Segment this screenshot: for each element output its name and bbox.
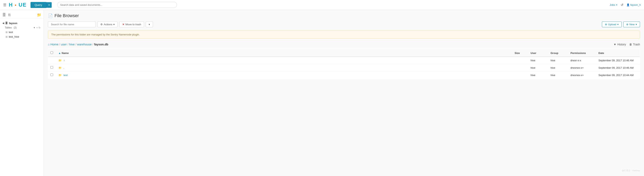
navbar-right: Jobs ≡ ↺ 👤 fayson_h bbox=[610, 3, 641, 7]
query-button-group: Query ▾ bbox=[30, 2, 52, 8]
page-title: 📄 File Browser bbox=[48, 13, 640, 18]
upload-label: Upload bbox=[608, 23, 616, 26]
sidebar: 🗄 ⎘ 📁 ◀ 🗄 fayson Tables (2) ▼ + ↻ bbox=[0, 10, 44, 176]
trash-button[interactable]: 🗑 Trash bbox=[629, 43, 640, 46]
tables-label: Tables (2) bbox=[5, 26, 16, 29]
tables-count: (2) bbox=[14, 26, 17, 29]
menu-icon[interactable]: ☰ bbox=[3, 3, 6, 7]
hue-logo: H●UE bbox=[9, 2, 26, 8]
navbar-history-icon[interactable]: ↺ bbox=[621, 3, 623, 7]
toolbar: ⚙ Actions ▾ ✕ Move to trash ▾ ⊕ Upload ▾… bbox=[48, 21, 640, 27]
row-date-2: September 09, 2017 10:46 AM bbox=[596, 64, 640, 71]
top-navbar: ☰ H●UE Query ▾ Jobs ≡ ↺ 👤 fayson_h bbox=[0, 0, 644, 10]
upload-arrow-icon: ▾ bbox=[617, 23, 619, 26]
new-arrow-icon: ▾ bbox=[636, 23, 637, 26]
home-label: Home bbox=[50, 43, 58, 46]
more-options-button[interactable]: ▾ bbox=[146, 21, 153, 27]
select-all-checkbox[interactable] bbox=[50, 51, 53, 54]
row-group-3: hive bbox=[548, 71, 568, 79]
logo-dot: ● bbox=[15, 3, 17, 6]
move-to-trash-label: Move to trash bbox=[126, 23, 141, 26]
query-button[interactable]: Query bbox=[30, 2, 46, 8]
sidebar-tables-actions: ▼ + ↻ bbox=[33, 26, 40, 29]
row-group-2: hive bbox=[548, 64, 568, 71]
file-search-input[interactable] bbox=[48, 21, 96, 27]
username-label: fayson_h bbox=[630, 3, 641, 6]
folder-icon-2: 📁 bbox=[58, 66, 62, 69]
jobs-link[interactable]: Jobs ≡ bbox=[610, 3, 618, 6]
header-date[interactable]: Date bbox=[596, 49, 640, 57]
header-name[interactable]: ▲ Name bbox=[56, 49, 512, 57]
header-group[interactable]: Group bbox=[548, 49, 568, 57]
sidebar-db-name: fayson bbox=[9, 22, 17, 25]
breadcrumb-warehouse[interactable]: warehouse bbox=[77, 43, 92, 46]
table-icon-test-hive: ⊞ bbox=[6, 35, 8, 38]
new-label: New bbox=[630, 23, 634, 26]
warning-message: The permissions for this folder are mana… bbox=[51, 33, 140, 36]
row-permissions-2: drwxrwx-x+ bbox=[568, 64, 596, 71]
sidebar-db-section: ◀ 🗄 fayson Tables (2) ▼ + ↻ ⊞ test bbox=[0, 20, 44, 40]
trash-label: Trash bbox=[633, 43, 640, 46]
row-checkbox-1 bbox=[48, 57, 56, 64]
actions-button[interactable]: ⚙ Actions ▾ bbox=[97, 21, 118, 27]
query-dropdown-button[interactable]: ▾ bbox=[46, 2, 52, 8]
breadcrumb-sep-4: / bbox=[92, 43, 93, 46]
actions-label: Actions bbox=[104, 23, 112, 26]
folder-link-test[interactable]: test bbox=[64, 74, 68, 77]
breadcrumb-home[interactable]: ⌂ Home bbox=[48, 43, 58, 46]
table-row: 📁 test hive hive drwxrwx-x+ September 09… bbox=[48, 71, 640, 79]
move-to-trash-icon: ✕ bbox=[122, 23, 124, 26]
row-select-2[interactable] bbox=[50, 66, 53, 69]
user-menu[interactable]: 👤 fayson_h bbox=[626, 3, 641, 6]
breadcrumb-hive[interactable]: hive bbox=[69, 43, 75, 46]
row-user-1: hive bbox=[528, 57, 548, 64]
move-to-trash-button[interactable]: ✕ Move to trash bbox=[119, 21, 144, 27]
sidebar-storage-icon[interactable]: 🗄 bbox=[2, 13, 6, 17]
logo-h: H bbox=[9, 2, 13, 8]
new-button[interactable]: ⊕ New ▾ bbox=[623, 21, 640, 27]
add-table-icon[interactable]: + bbox=[36, 26, 38, 29]
navbar-search-container bbox=[57, 2, 177, 8]
sidebar-tables-header: Tables (2) ▼ + ↻ bbox=[2, 25, 42, 30]
file-browser-icon: 📄 bbox=[48, 13, 53, 18]
row-date-3: September 09, 2017 10:44 AM bbox=[596, 71, 640, 79]
header-permissions[interactable]: Permissions bbox=[568, 49, 596, 57]
breadcrumb-sep-1: / bbox=[59, 43, 60, 46]
navbar-search-input[interactable] bbox=[57, 2, 177, 8]
more-options-icon: ▾ bbox=[149, 23, 150, 26]
refresh-tables-icon[interactable]: ↻ bbox=[38, 26, 40, 29]
row-name-3: 📁 test bbox=[56, 71, 512, 79]
header-user[interactable]: User bbox=[528, 49, 548, 57]
row-group-1: hive bbox=[548, 57, 568, 64]
file-table-header: ▲ Name Size User Group Permissions Date bbox=[48, 49, 640, 57]
jobs-label: Jobs bbox=[610, 3, 615, 6]
sidebar-item-test-hive[interactable]: ⊞ test_hive bbox=[2, 34, 42, 39]
history-button[interactable]: ▼ History bbox=[614, 43, 626, 46]
row-select-3[interactable] bbox=[50, 73, 53, 76]
sidebar-db-header[interactable]: ◀ 🗄 fayson bbox=[2, 21, 42, 25]
row-size-3 bbox=[512, 71, 528, 79]
filter-icon[interactable]: ▼ bbox=[33, 26, 36, 29]
sidebar-copy-icon[interactable]: ⎘ bbox=[8, 13, 10, 17]
row-permissions-3: drwxrwx-x+ bbox=[568, 71, 596, 79]
sidebar-folder-icon[interactable]: 📁 bbox=[37, 13, 41, 17]
table-row: 📁 ↑ hive hive drwxr-x-x September 09, 20… bbox=[48, 57, 640, 64]
breadcrumb: ⌂ Home / user / hive / warehouse / fayso… bbox=[48, 43, 108, 46]
breadcrumb-sep-2: / bbox=[68, 43, 68, 46]
table-label-test-hive: test_hive bbox=[9, 35, 19, 38]
sidebar-db-icon: 🗄 bbox=[5, 22, 8, 25]
breadcrumb-sep-3: / bbox=[76, 43, 76, 46]
row-checkbox-3[interactable] bbox=[48, 71, 56, 79]
row-date-1: September 09, 2017 10:46 AM bbox=[596, 57, 640, 64]
page-title-text: File Browser bbox=[54, 13, 79, 18]
breadcrumb-user[interactable]: user bbox=[61, 43, 67, 46]
row-size-2 bbox=[512, 64, 528, 71]
upload-button[interactable]: ⊕ Upload ▾ bbox=[602, 21, 622, 27]
history-label: History bbox=[617, 43, 626, 46]
row-checkbox-2[interactable] bbox=[48, 64, 56, 71]
header-size[interactable]: Size bbox=[512, 49, 528, 57]
trash-icon: 🗑 bbox=[629, 43, 632, 46]
table-label-test: test bbox=[9, 31, 13, 34]
file-table: ▲ Name Size User Group Permissions Date … bbox=[48, 49, 640, 79]
sidebar-item-test[interactable]: ⊞ test bbox=[2, 30, 42, 34]
